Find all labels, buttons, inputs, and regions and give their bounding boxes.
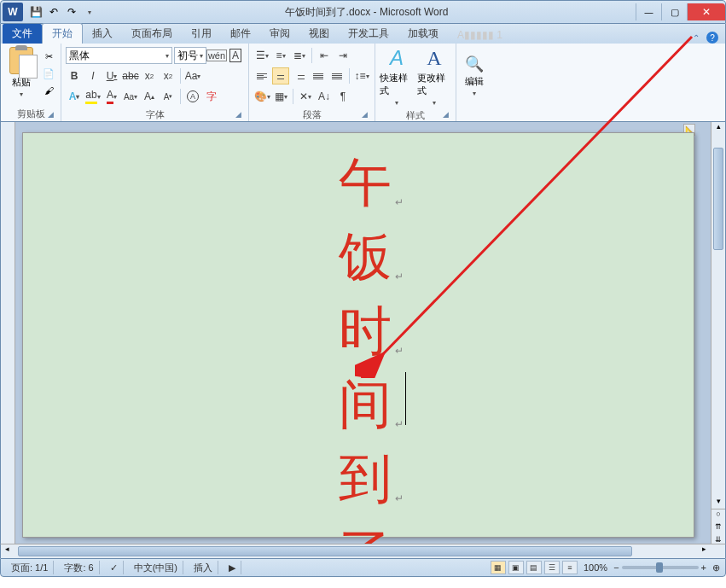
word-count-status[interactable]: 字数: 6 — [59, 561, 99, 574]
paste-button[interactable]: 粘贴 ▾ — [5, 46, 38, 99]
font-launcher[interactable]: ◢ — [235, 110, 246, 120]
bullets-button[interactable]: ☰▾ — [253, 47, 270, 64]
fullscreen-view[interactable]: ▣ — [508, 561, 524, 574]
align-center-button[interactable] — [272, 67, 289, 84]
cut-button[interactable]: ✂ — [41, 49, 56, 64]
quick-styles-button[interactable]: A 快速样式 ▾ — [380, 46, 414, 107]
vertical-scrollbar[interactable]: ▴ ▾ ○ ⇈ ⇊ — [711, 122, 725, 544]
asian-layout-button[interactable]: ✕▾ — [297, 88, 314, 105]
binoculars-icon: 🔍 — [465, 55, 484, 73]
highlight-button[interactable]: ab▾ — [84, 88, 102, 105]
proofing-status[interactable]: ✓ — [105, 561, 124, 574]
tab-review[interactable]: 审阅 — [260, 24, 299, 44]
char-border-button[interactable]: A — [227, 47, 244, 64]
increase-indent-button[interactable]: ⇥ — [334, 47, 351, 64]
change-case-button[interactable]: Aa▾ — [184, 67, 201, 84]
styles-launcher[interactable]: ◢ — [443, 110, 453, 120]
scroll-thumb[interactable] — [713, 148, 723, 250]
paste-dropdown-icon: ▾ — [20, 90, 23, 98]
quick-access-toolbar: 💾 ↶ ↷ ▾ — [28, 4, 97, 20]
paragraph-group-label: 段落 — [249, 108, 375, 122]
font-color-button[interactable]: A▾ — [103, 88, 120, 105]
find-button[interactable]: 🔍 编辑 ▾ — [461, 46, 488, 105]
distribute-button[interactable] — [328, 67, 346, 84]
zoom-in-button[interactable]: + — [701, 562, 706, 573]
zoom-fit-button[interactable]: ⊕ — [712, 562, 720, 573]
maximize-button[interactable] — [661, 3, 687, 20]
align-left-button[interactable] — [253, 67, 270, 84]
tab-mailings[interactable]: 邮件 — [221, 24, 260, 44]
tab-layout[interactable]: 页面布局 — [122, 24, 182, 44]
close-button[interactable] — [687, 3, 725, 20]
shrink-font-button[interactable]: A▾ — [160, 88, 177, 105]
tab-file[interactable]: 文件 — [3, 24, 42, 44]
shading-button[interactable]: 🎨▾ — [253, 88, 270, 105]
grow-font-button[interactable]: A▴ — [141, 88, 158, 105]
pinyin-guide-button[interactable]: wén — [208, 47, 225, 64]
undo-button[interactable]: ↶ — [46, 4, 61, 20]
align-right-button[interactable] — [291, 67, 308, 84]
font-name-select[interactable]: 黑体▾ — [66, 47, 172, 64]
qat-customize[interactable]: ▾ — [82, 4, 97, 20]
page[interactable]: 午↵ 饭↵ 时↵ 间↵ 到↵ 了 — [22, 132, 694, 538]
bold-button[interactable]: B — [66, 67, 83, 84]
save-button[interactable]: 💾 — [28, 4, 44, 20]
horizontal-scrollbar[interactable]: ◂ ▸ — [0, 544, 726, 558]
tab-home[interactable]: 开始 — [42, 23, 83, 44]
zoom-level[interactable]: 100% — [584, 562, 607, 573]
web-layout-view[interactable]: ▤ — [526, 561, 542, 574]
word-app-icon: W — [3, 3, 23, 21]
paragraph-mark: ↵ — [395, 195, 404, 210]
zoom-out-button[interactable]: − — [613, 562, 619, 573]
tab-extra[interactable]: A▮▮▮▮▮ 1 — [448, 26, 512, 44]
print-layout-view[interactable]: ▦ — [491, 561, 506, 574]
tab-references[interactable]: 引用 — [182, 24, 221, 44]
editing-group: 🔍 编辑 ▾ — [456, 44, 492, 121]
window-controls — [636, 3, 725, 20]
change-styles-button[interactable]: A 更改样式 ▾ — [417, 46, 451, 107]
paragraph-launcher[interactable]: ◢ — [362, 110, 372, 120]
underline-button[interactable]: U▾ — [103, 67, 120, 84]
macro-status[interactable]: ▶ — [224, 561, 241, 574]
vertical-ruler[interactable] — [1, 122, 15, 544]
minimize-ribbon-icon[interactable]: ⌃ — [693, 33, 700, 43]
paste-icon — [9, 47, 33, 74]
format-painter-button[interactable]: 🖌 — [41, 83, 56, 98]
copy-button[interactable]: 📄 — [41, 66, 56, 81]
document-viewport[interactable]: 📐 午↵ 饭↵ 时↵ 间↵ 到↵ 了 — [15, 122, 711, 544]
redo-button[interactable]: ↷ — [64, 4, 79, 20]
clear-format-button[interactable]: 字 — [203, 88, 220, 105]
tab-view[interactable]: 视图 — [299, 24, 339, 44]
help-icon[interactable]: ? — [706, 32, 718, 44]
multilevel-button[interactable]: ≣▾ — [291, 47, 308, 64]
text-effects-button[interactable]: A▾ — [66, 88, 83, 105]
font-size-select[interactable]: 初号▾ — [174, 47, 206, 64]
justify-button[interactable] — [310, 67, 327, 84]
language-status[interactable]: 中文(中国) — [129, 561, 183, 574]
zoom-slider[interactable] — [622, 566, 699, 569]
draft-view[interactable]: ≡ — [562, 561, 578, 574]
tab-addins[interactable]: 加载项 — [398, 24, 448, 44]
decrease-indent-button[interactable]: ⇤ — [316, 47, 333, 64]
italic-button[interactable]: I — [84, 67, 102, 84]
line-spacing-button[interactable]: ↕≡▾ — [353, 67, 370, 84]
clipboard-launcher[interactable]: ◢ — [48, 110, 58, 120]
strikethrough-button[interactable]: abc — [122, 67, 139, 84]
borders-button[interactable]: ▦▾ — [272, 88, 289, 105]
tab-developer[interactable]: 开发工具 — [339, 24, 398, 44]
minimize-button[interactable] — [636, 3, 661, 20]
outline-view[interactable]: ☰ — [544, 561, 560, 574]
char-shading-button[interactable]: Aa▾ — [122, 88, 139, 105]
superscript-button[interactable]: x2 — [160, 67, 177, 84]
tab-insert[interactable]: 插入 — [83, 24, 122, 44]
sort-button[interactable]: A↓ — [316, 88, 333, 105]
show-marks-button[interactable]: ¶ — [334, 88, 351, 105]
page-number-status[interactable]: 页面: 1/1 — [6, 561, 54, 574]
numbering-button[interactable]: ≡▾ — [272, 47, 289, 64]
insert-mode-status[interactable]: 插入 — [189, 561, 218, 574]
document-text[interactable]: 午↵ 饭↵ 时↵ 间↵ 到↵ 了 — [339, 146, 694, 544]
subscript-button[interactable]: x2 — [141, 67, 158, 84]
enclose-char-button[interactable]: A — [184, 88, 201, 105]
styles-group: A 快速样式 ▾ A 更改样式 ▾ 样式 ◢ — [375, 44, 456, 121]
font-group-label: 字体 — [61, 108, 248, 122]
